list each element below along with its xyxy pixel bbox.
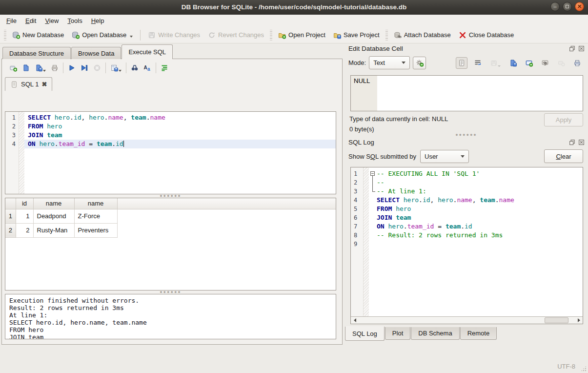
sql-log-view[interactable]: 123456789 -- EXECUTING ALL IN 'SQL 1'---…: [350, 167, 583, 324]
sql-editor-toolbar: Aa: [2, 59, 342, 77]
fold-column: [369, 231, 377, 240]
cell[interactable]: Z-Force: [74, 209, 117, 223]
sql-editor[interactable]: 1234 SELECT hero.id, hero.name, team.nam…: [5, 111, 336, 194]
link-data-button[interactable]: [539, 57, 551, 69]
cell[interactable]: Rusty-Man: [33, 223, 74, 237]
open-project-button[interactable]: Open Project: [274, 29, 329, 41]
export-data-button[interactable]: [523, 57, 535, 69]
tab-database-structure[interactable]: Database Structure: [2, 47, 71, 59]
editor-results-splitter[interactable]: ●●●●●●: [5, 194, 336, 198]
row-header[interactable]: 1: [5, 209, 16, 223]
close-button[interactable]: ✕: [575, 2, 584, 11]
mode-value: Text: [373, 59, 395, 66]
log-line: FROM hero: [369, 205, 583, 213]
dock-float-icon[interactable]: [568, 45, 576, 52]
import-data-button[interactable]: [507, 57, 519, 69]
close-database-button[interactable]: Close Database: [455, 29, 518, 41]
submitted-by-select[interactable]: User: [420, 150, 469, 163]
cell[interactable]: Preventers: [74, 223, 117, 237]
titlebar[interactable]: DB Browser for SQLite - /home/user/code/…: [0, 0, 588, 15]
attach-database-button[interactable]: Attach Database: [390, 29, 455, 41]
column-header-name[interactable]: name: [33, 198, 74, 209]
menu-view[interactable]: View: [41, 16, 63, 26]
encoding-indicator[interactable]: UTF-8: [557, 363, 575, 370]
log-horizontal-scrollbar[interactable]: [351, 316, 583, 324]
dock-splitter[interactable]: ●●●●●●: [345, 133, 588, 137]
dock-close-icon[interactable]: [578, 139, 585, 146]
column-header-id[interactable]: id: [16, 198, 33, 209]
print-cell-button[interactable]: [571, 57, 583, 69]
dropdown-arrow-icon[interactable]: [119, 70, 122, 72]
mode-select[interactable]: Text: [369, 56, 410, 69]
dock-tab-plot[interactable]: Plot: [385, 327, 410, 340]
window-controls: –✕: [550, 2, 584, 11]
sql-file-tab[interactable]: SQL 1✖: [5, 77, 52, 91]
editor-line-numbers: 1234: [5, 112, 19, 194]
dock-tab-remote[interactable]: Remote: [460, 327, 497, 340]
database-new-icon: [12, 31, 20, 39]
resize-grip[interactable]: [581, 366, 587, 372]
save-sql-file-button[interactable]: [32, 62, 48, 74]
scroll-left-icon[interactable]: [351, 317, 359, 324]
fold-marker-icon[interactable]: [369, 169, 377, 178]
execute-all-button[interactable]: [65, 62, 78, 74]
editor-code-area[interactable]: SELECT hero.id, hero.name, team.nameFROM…: [24, 112, 336, 194]
text-mode-button[interactable]: [456, 57, 467, 69]
code-line: ON hero.team_id = team.id: [24, 140, 336, 148]
execute-sql-page: Aa SQL 1✖ 1234 SELECT hero.id, hero.name…: [1, 59, 343, 345]
save-results-button[interactable]: [108, 62, 124, 74]
minimize-button[interactable]: –: [550, 2, 560, 11]
save-project-button[interactable]: Save Project: [329, 29, 384, 41]
print-button[interactable]: [48, 62, 61, 74]
dock-tab-sql-log[interactable]: SQL Log: [345, 327, 385, 341]
dropdown-arrow-icon[interactable]: [43, 70, 46, 72]
open-sql-file-button[interactable]: [20, 62, 32, 74]
word-wrap-button[interactable]: [472, 57, 484, 69]
format-sql-button[interactable]: [158, 62, 171, 74]
log-line: -- EXECUTING ALL IN 'SQL 1': [369, 169, 583, 178]
menu-help[interactable]: Help: [87, 16, 109, 26]
new-database-button[interactable]: New Database: [8, 29, 68, 41]
edit-cell-title: Edit Database Cell: [348, 45, 567, 52]
apply-button[interactable]: Apply: [544, 113, 583, 126]
replace-button[interactable]: Aa: [141, 62, 154, 74]
maximize-button[interactable]: [563, 2, 572, 11]
toolbar-button-label: Write Changes: [158, 31, 200, 39]
scrollbar-thumb[interactable]: [545, 317, 568, 323]
cell[interactable]: Deadpond: [33, 209, 74, 223]
cell-value-editor[interactable]: NULL: [350, 75, 583, 111]
log-line: [369, 240, 583, 249]
dock-tab-db-schema[interactable]: DB Schema: [411, 327, 459, 340]
submitted-by-value: User: [425, 153, 454, 160]
dock-close-icon[interactable]: [578, 45, 585, 52]
cell[interactable]: 1: [16, 209, 33, 223]
tab-browse-data[interactable]: Browse Data: [71, 47, 121, 59]
close-tab-icon[interactable]: ✖: [41, 81, 47, 88]
clear-button[interactable]: Clear: [544, 149, 583, 163]
scroll-right-icon[interactable]: [575, 317, 583, 324]
column-header-name[interactable]: name: [74, 198, 117, 209]
word-wrap-icon: [474, 59, 482, 67]
print-cell-icon: [573, 59, 581, 67]
apply-settings-button[interactable]: [413, 57, 426, 69]
tab-execute-sql[interactable]: Execute SQL: [122, 44, 173, 59]
find-button[interactable]: [128, 62, 141, 74]
menu-edit[interactable]: Edit: [21, 16, 41, 26]
dock-float-icon[interactable]: [568, 139, 576, 146]
menu-tools[interactable]: Tools: [63, 16, 86, 26]
execution-message-area[interactable]: Execution finished without errors. Resul…: [5, 294, 336, 339]
results-log-splitter[interactable]: ●●●●●●: [5, 290, 336, 294]
row-header[interactable]: 2: [5, 223, 16, 237]
stop-icon: [93, 64, 101, 72]
menu-file[interactable]: File: [2, 16, 21, 26]
log-line: JOIN team: [369, 213, 583, 222]
sql-log-dock-titlebar[interactable]: SQL Log: [345, 137, 588, 147]
dropdown-arrow-icon[interactable]: [130, 36, 133, 38]
open-database-button[interactable]: Open Database: [68, 29, 137, 41]
results-grid[interactable]: idnamename11DeadpondZ-Force22Rusty-ManPr…: [5, 198, 336, 290]
execute-line-button[interactable]: [78, 62, 91, 74]
cell[interactable]: 2: [16, 223, 33, 237]
new-sql-tab-button[interactable]: [7, 62, 20, 74]
edit-cell-dock-titlebar[interactable]: Edit Database Cell: [345, 43, 588, 54]
corner-header[interactable]: [5, 198, 16, 209]
